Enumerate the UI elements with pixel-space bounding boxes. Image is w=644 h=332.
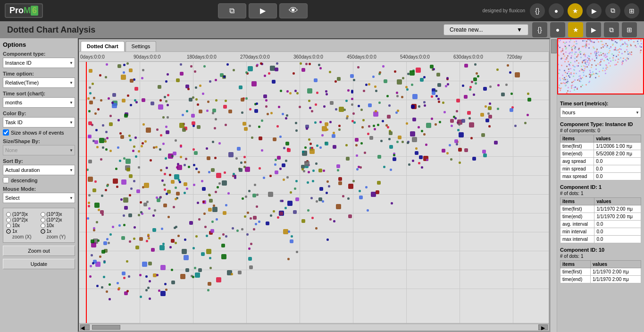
overview-dot: [607, 67, 608, 68]
overview-dot: [594, 48, 595, 49]
zoom-x-10e2-radio[interactable]: [6, 218, 11, 222]
row-label: avg spread: [560, 158, 594, 165]
scatter-dot: [145, 275, 148, 278]
update-button[interactable]: Update: [3, 259, 75, 269]
scatter-dot: [314, 121, 317, 124]
time-sort-metrics-select[interactable]: hours minutes days: [560, 107, 641, 118]
row-value: 5/5/2008 2:00 πμ: [594, 150, 641, 158]
scatter-dot: [287, 258, 290, 260]
overview-dot: [637, 43, 639, 44]
overview-dot: [582, 77, 583, 78]
star-icon-btn[interactable]: ★: [568, 3, 583, 18]
scatter-dot: [270, 214, 272, 217]
overview-dot: [600, 52, 602, 53]
scatter-dot: [94, 140, 98, 144]
scatter-dot: [215, 191, 217, 193]
overview-dot: [580, 81, 581, 82]
size-shape-select[interactable]: None: [3, 145, 75, 155]
overview-dot: [574, 66, 576, 68]
action-btn-2[interactable]: ●: [550, 22, 565, 37]
scatter-dot: [290, 239, 293, 243]
tab-settings[interactable]: Settings: [125, 41, 157, 51]
overview-dot: [595, 65, 597, 66]
h-scroll-left[interactable]: ◀: [80, 324, 90, 330]
zoom-y-10e3-radio[interactable]: [41, 212, 45, 217]
scatter-dot: [112, 103, 117, 108]
scatter-dot: [113, 179, 118, 184]
descending-checkbox[interactable]: [3, 177, 9, 183]
scatter-dot: [488, 125, 491, 128]
h-scroll-thumb[interactable]: [92, 325, 120, 330]
color-by-select[interactable]: Task ID Instance ID Originator: [3, 117, 75, 128]
zoom-out-button[interactable]: Zoom out: [3, 246, 75, 256]
scatter-dot: [149, 298, 151, 300]
scatter-dot: [184, 182, 187, 186]
eye-button[interactable]: 👁: [279, 3, 308, 18]
overview-dot: [596, 55, 598, 57]
table-row: time(first) 1/1/1970 2:00 πμ: [560, 268, 641, 276]
action-btn-1[interactable]: {}: [532, 22, 547, 37]
copy2-icon-btn[interactable]: ⧉: [605, 3, 620, 18]
brackets-icon-btn[interactable]: {}: [530, 3, 545, 18]
scatter-dot: [356, 154, 358, 157]
size-shows-label[interactable]: Size shows # of events: [3, 129, 75, 136]
size-shows-checkbox[interactable]: [3, 129, 9, 136]
scatter-dot: [458, 123, 460, 126]
h-scroll-right[interactable]: ▶: [538, 324, 548, 330]
play-button[interactable]: ▶: [249, 3, 277, 18]
h-scrollbar[interactable]: ◀ ▶: [79, 323, 549, 331]
scatter-dot: [234, 177, 236, 179]
scatter-dot: [192, 125, 195, 127]
overview-dot: [585, 76, 587, 77]
overview-dot: [602, 70, 603, 71]
component-type-select[interactable]: Instance ID Task ID Originator: [3, 58, 75, 68]
table-row: time(end) 1/1/1970 2:00 πμ: [560, 276, 641, 283]
grid-icon-btn[interactable]: ⊞: [624, 3, 639, 18]
action-btn-5[interactable]: ⧉: [604, 22, 619, 37]
tab-dotted-chart[interactable]: Dotted Chart: [81, 41, 125, 51]
create-new-button[interactable]: Create new... ▼: [443, 24, 528, 35]
scatter-dot: [373, 125, 375, 127]
scatter-dot: [167, 216, 170, 218]
drop-icon-btn[interactable]: ●: [549, 3, 564, 18]
v-scroll-thumb[interactable]: [551, 39, 557, 53]
chart-area[interactable]: 0days:0:0:0 90days:0:0:0 180days:0:0:0 2…: [79, 51, 549, 331]
sort-by-select[interactable]: Actual duration Start time End time: [3, 165, 75, 175]
time-option-select[interactable]: Relative(Time) Absolute Logical: [3, 77, 75, 88]
scatter-dot: [201, 252, 205, 256]
overview-dot: [612, 44, 613, 46]
scatter-dot: [180, 156, 182, 158]
h-scroll-track[interactable]: [90, 324, 538, 330]
overview-dot: [569, 65, 570, 66]
scatter-dot: [95, 129, 98, 131]
chart-canvas[interactable]: [79, 62, 549, 323]
overview-dot: [577, 54, 579, 55]
scatter-dot: [275, 68, 278, 71]
descending-label[interactable]: descending: [3, 177, 75, 183]
overview-dot: [577, 65, 578, 67]
zoom-x-10-radio[interactable]: [6, 223, 11, 228]
zoom-x-10e3-radio[interactable]: [6, 212, 11, 217]
overview-dot: [594, 42, 595, 43]
chart-v-scrollbar[interactable]: [550, 38, 557, 332]
mouse-mode-select[interactable]: Select Pan Zoom: [3, 193, 75, 203]
scatter-dot: [309, 107, 311, 109]
overview-dot: [588, 64, 589, 66]
scatter-dot: [164, 283, 167, 285]
play2-icon-btn[interactable]: ▶: [586, 3, 602, 18]
grid-h-4: [79, 137, 549, 138]
scatter-dot: [296, 92, 299, 94]
time-sort-select[interactable]: months hours days weeks: [3, 97, 75, 108]
grid-h-12: [79, 289, 549, 289]
copy-button[interactable]: ⧉: [218, 3, 246, 18]
action-btn-3[interactable]: ★: [568, 22, 583, 37]
zoom-y-10-radio[interactable]: [41, 223, 45, 228]
scatter-dot: [337, 169, 339, 171]
action-btn-6[interactable]: ⊞: [622, 22, 637, 37]
zoom-y-10e2-radio[interactable]: [41, 218, 45, 222]
zoom-x-1-radio[interactable]: [6, 229, 11, 234]
scatter-dot: [89, 275, 92, 278]
scatter-dot: [339, 107, 344, 112]
zoom-y-1-radio[interactable]: [41, 229, 45, 234]
action-btn-4[interactable]: ▶: [586, 22, 601, 37]
